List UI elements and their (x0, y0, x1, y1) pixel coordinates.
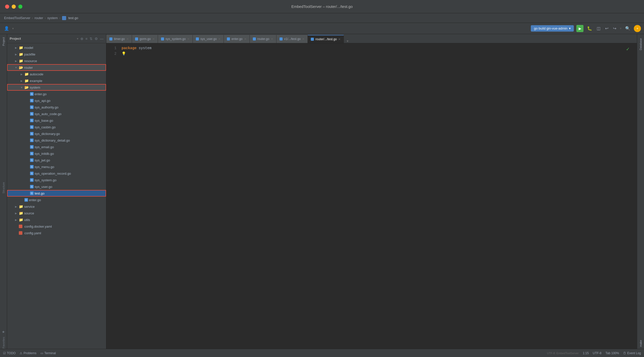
back-icon-btn[interactable]: ↩ (604, 25, 609, 32)
tree-item-sys_email.go[interactable]: G sys_email.go (7, 144, 106, 150)
tab-close-router-test.go[interactable]: ✕ (338, 38, 341, 41)
maximize-button[interactable] (18, 5, 22, 9)
panel-settings-icon[interactable]: ⚙ (95, 37, 98, 41)
tab-enter.go[interactable]: enter.go ✕ (224, 35, 250, 43)
forward-icon-btn[interactable]: ↪ (612, 25, 617, 32)
tree-item-sys_jwt.go[interactable]: G sys_jwt.go (7, 157, 106, 163)
tree-item-service[interactable]: ▶ 📁 service (7, 203, 106, 210)
status-encoding[interactable]: UTF-8 (593, 351, 602, 355)
tree-item-resource[interactable]: ▶ 📁 resource (7, 58, 106, 64)
tree-item-router[interactable]: ▼ 📂 router (7, 64, 106, 71)
tree-item-config-docker-yaml[interactable]: config.docker.yaml (7, 223, 106, 230)
event-log-item[interactable]: 🗒 Event Log (623, 351, 641, 355)
tree-item-sys_user.go[interactable]: G sys_user.go (7, 183, 106, 190)
close-button[interactable] (5, 5, 9, 9)
tree-item-source[interactable]: ▶ 📁 source (7, 210, 106, 216)
tree-label-sys_jwt.go: sys_jwt.go (35, 158, 50, 162)
run-config-label: go build gin-vue-admin (534, 26, 567, 30)
breadcrumb-system[interactable]: system (47, 16, 58, 20)
tab-close-enter.go[interactable]: ✕ (244, 37, 246, 41)
code-content[interactable]: package system 💡 (119, 43, 637, 349)
debug-icon-btn[interactable]: 🐛 (586, 25, 593, 32)
panel-sort-icon[interactable]: ⇅ (90, 37, 93, 41)
status-position[interactable]: 1:15 (583, 351, 589, 355)
tree-label-model: model (24, 46, 33, 50)
panel-hide-icon[interactable]: — (100, 37, 104, 41)
sidebar-favorites-label[interactable]: Favorites (2, 336, 6, 349)
tree-item-sys_authority.go[interactable]: G sys_authority.go (7, 104, 106, 111)
hint-icon: 💡 (122, 51, 126, 57)
search-icon-btn[interactable]: 🔍 (624, 25, 631, 32)
run-config-button[interactable]: go build gin-vue-admin ▾ (531, 25, 574, 32)
tree-item-sys_operation_record.go[interactable]: G sys_operation_record.go (7, 170, 106, 177)
status-tab[interactable]: Tab 100% (606, 351, 619, 355)
tree-item-test.go[interactable]: G test.go (7, 190, 106, 197)
tab-close-router.go[interactable]: ✕ (271, 37, 273, 41)
tree-label-config-yaml: config.yaml (24, 231, 41, 235)
run-button[interactable]: ▶ (576, 25, 583, 32)
minimize-button[interactable] (12, 5, 16, 9)
go-file-tab-icon (196, 37, 199, 40)
coverage-icon-btn[interactable]: ◫ (596, 25, 602, 32)
tab-close-timer.go[interactable]: ✕ (126, 37, 129, 41)
tree-item-sys_system.go[interactable]: G sys_system.go (7, 177, 106, 183)
tab-label-timer.go: timer.go (114, 37, 125, 41)
todo-button[interactable]: ☑ TODO (3, 351, 16, 355)
tab-v1-test.go[interactable]: v1/.../test.go ✕ (276, 35, 308, 43)
tab-more-button[interactable]: ▾ (344, 39, 351, 43)
sidebar-project-label[interactable]: Project (2, 35, 6, 48)
tree-item-sys_api.go[interactable]: G sys_api.go (7, 97, 106, 104)
tab-timer.go[interactable]: timer.go ✕ (106, 35, 132, 43)
tree-item-system[interactable]: ▼ 📂 system (7, 84, 106, 91)
tree-item-example[interactable]: ▶ 📁 example (7, 77, 106, 84)
traffic-lights (5, 5, 22, 9)
tab-sys_system.go[interactable]: sys_system.go ✕ (158, 35, 193, 43)
tree-item-utils[interactable]: ▶ 📁 utils (7, 216, 106, 223)
tab-close-v1-test.go[interactable]: ✕ (302, 37, 304, 41)
tree-item-sys_casbin.go[interactable]: G sys_casbin.go (7, 124, 106, 130)
tree-item-sys_initdb.go[interactable]: G sys_initdb.go (7, 150, 106, 157)
tab-close-gorm.go[interactable]: ✕ (152, 37, 155, 41)
tree-item-enter.go[interactable]: G enter.go (7, 91, 106, 97)
tree-item-config-yaml[interactable]: config.yaml (7, 230, 106, 236)
todo-icon: ☑ (3, 351, 6, 355)
breadcrumb-testgo[interactable]: test.go (68, 16, 78, 20)
make-label[interactable]: make (639, 338, 643, 349)
sidebar-structure-label[interactable]: Structure (2, 180, 6, 196)
tree-item-autocode[interactable]: ▶ 📁 autocode (7, 71, 106, 77)
tree-item-sys_menu.go[interactable]: G sys_menu.go (7, 163, 106, 170)
tab-sys_user.go[interactable]: sys_user.go ✕ (193, 35, 224, 43)
panel-scope-icon[interactable]: ⊕ (80, 37, 83, 41)
arrow-icon: ▶ (14, 205, 18, 208)
tree-label-sys_api.go: sys_api.go (35, 99, 50, 103)
sidebar-favorites-icon[interactable]: ★ (1, 328, 6, 336)
tree-label-sys_initdb.go: sys_initdb.go (35, 152, 54, 156)
terminal-item[interactable]: ▭ Terminal (40, 351, 56, 355)
tab-close-sys_user.go[interactable]: ✕ (218, 37, 221, 41)
go-file-icon: G (24, 198, 28, 202)
problems-item[interactable]: ⚠ Problems (20, 351, 36, 355)
file-tree: ▶ 📁 model ▶ 📁 packfile ▶ 📁 resource ▼ 📂 … (7, 43, 106, 349)
tree-item-sys_auto_code.go[interactable]: G sys_auto_code.go (7, 111, 106, 117)
yaml-file-icon (19, 231, 22, 235)
breadcrumb-embedtoolserver[interactable]: EmbedToolServer (4, 16, 30, 20)
tree-item-sys_dictionary.go[interactable]: G sys_dictionary.go (7, 130, 106, 137)
breadcrumb-router[interactable]: router (35, 16, 43, 20)
tab-router.go[interactable]: router.go ✕ (250, 35, 276, 43)
tree-item-model[interactable]: ▶ 📁 model (7, 44, 106, 51)
yaml-file-icon (19, 225, 22, 228)
tree-label-sys_system.go: sys_system.go (35, 178, 56, 182)
tree-item-router-enter.go[interactable]: G enter.go (7, 197, 106, 203)
tab-gorm.go[interactable]: gorm.go ✕ (132, 35, 158, 43)
tree-item-packfile[interactable]: ▶ 📁 packfile (7, 51, 106, 58)
tab-router-test.go[interactable]: router/.../test.go ✕ (308, 35, 344, 43)
database-label[interactable]: Database (639, 36, 643, 52)
panel-collapse-icon[interactable]: ≡ (85, 37, 87, 41)
editor-area[interactable]: 1 2 package system 💡 ✓ (106, 43, 637, 349)
tree-item-sys_base.go[interactable]: G sys_base.go (7, 117, 106, 124)
go-file-tab-icon (253, 37, 256, 40)
profile-icon-btn[interactable]: 👤 (3, 25, 10, 32)
tab-close-sys_system.go[interactable]: ✕ (187, 37, 189, 41)
add-user-icon-btn[interactable]: + (634, 25, 641, 32)
tree-item-sys_dictionary_detail.go[interactable]: G sys_dictionary_detail.go (7, 137, 106, 144)
